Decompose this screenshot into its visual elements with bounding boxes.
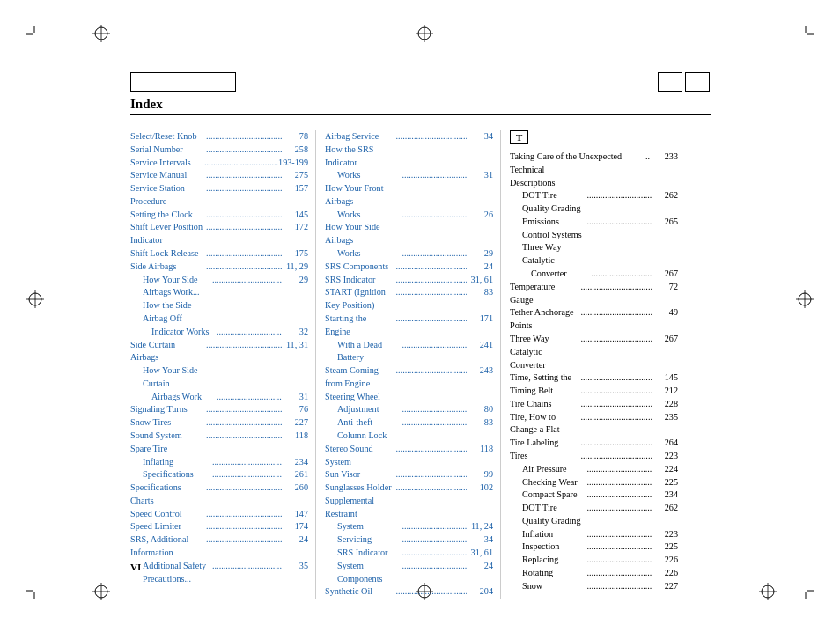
list-item[interactable]: Spare Tire 0 xyxy=(130,443,308,456)
list-item[interactable]: Speed Limiter 174 xyxy=(130,520,308,533)
list-item[interactable]: Works 26 xyxy=(325,209,493,222)
list-item[interactable]: Air Pressure 224 xyxy=(510,463,678,476)
list-item[interactable]: Inflation 223 xyxy=(510,528,678,541)
list-item[interactable]: Rotating 226 xyxy=(510,567,678,580)
list-item[interactable]: Airbags Work 31 xyxy=(130,391,308,404)
list-item[interactable]: Service Intervals 193-199 xyxy=(130,157,308,170)
list-item[interactable]: Airbag Service 34 xyxy=(325,130,493,143)
reg-mark-br xyxy=(759,583,777,600)
list-item[interactable]: Shift Lock Release 175 xyxy=(130,247,308,261)
list-item[interactable]: Indicator Works 32 xyxy=(130,326,308,339)
section-letter-t: T xyxy=(510,130,528,144)
corner-mark-bl xyxy=(26,583,42,599)
column-2: Airbag Service 34 How the SRS Indicator … xyxy=(315,130,500,599)
list-item[interactable]: DOT Tire Quality Grading 262 xyxy=(510,189,678,216)
list-item[interactable]: Tire Labeling 264 xyxy=(510,437,678,450)
header-box-small-1 xyxy=(658,72,682,92)
list-item[interactable]: Service Manual 275 xyxy=(130,169,308,182)
list-item[interactable]: SRS Indicator 31, 61 xyxy=(325,547,493,560)
list-item[interactable]: START (Ignition Key Position) 83 xyxy=(325,286,493,312)
reg-mark-mr xyxy=(796,290,814,308)
list-item[interactable]: SRS Components 24 xyxy=(325,261,493,274)
list-item[interactable]: How Your Front Airbags 0 xyxy=(325,182,493,209)
list-item[interactable]: Shift Lever Position Indicator 172 xyxy=(130,221,308,247)
content-area: Select/Reset Knob 78 Serial Number 258 S… xyxy=(130,130,711,599)
list-item[interactable]: Tire Chains 228 xyxy=(510,398,678,411)
list-item[interactable]: Replacing 226 xyxy=(510,554,678,567)
list-item[interactable]: Serial Number 258 xyxy=(130,143,308,157)
column-1: Select/Reset Knob 78 Serial Number 258 S… xyxy=(130,130,315,599)
reg-mark-ml xyxy=(26,290,44,308)
column-3: T Taking Care of the Unexpected .. 233 T… xyxy=(500,130,685,599)
list-item[interactable]: Specifications Charts 260 xyxy=(130,482,308,508)
page-container: Index Select/Reset Knob 78 Serial Number… xyxy=(0,0,840,625)
list-item[interactable]: How Your Side Airbags Work... 29 xyxy=(130,274,308,300)
list-item[interactable]: Servicing 34 xyxy=(325,533,493,547)
list-item[interactable]: Side Airbags 11, 29 xyxy=(130,261,308,274)
list-item[interactable]: Adjustment 80 xyxy=(325,403,493,416)
list-item[interactable]: Snow 227 xyxy=(510,580,678,593)
list-item[interactable]: Starting the Engine 171 xyxy=(325,312,493,339)
list-item[interactable]: Tire, How to Change a Flat 235 xyxy=(510,411,678,438)
list-item[interactable]: Works 29 xyxy=(325,247,493,261)
list-item[interactable]: Technical Descriptions 0 xyxy=(510,164,678,190)
list-item[interactable]: Converter 267 xyxy=(510,268,678,281)
list-item[interactable]: With a Dead Battery 241 xyxy=(325,339,493,365)
reg-mark-bl xyxy=(92,583,110,600)
list-item[interactable]: How Your Side Curtain 0 xyxy=(130,364,308,391)
list-item[interactable]: Sound System 118 xyxy=(130,430,308,443)
hr-line xyxy=(130,114,711,115)
corner-mark-tr xyxy=(798,26,814,42)
list-item[interactable]: Three Way Catalytic 0 xyxy=(510,241,678,268)
list-item[interactable]: Steam Coming from Engine 243 xyxy=(325,364,493,391)
list-item[interactable]: Inspection 225 xyxy=(510,540,678,554)
header-box-small-2 xyxy=(685,72,710,92)
list-item[interactable]: Snow Tires 227 xyxy=(130,416,308,430)
header-boxes-right xyxy=(658,72,710,92)
list-item[interactable]: Tether Anchorage Points 49 xyxy=(510,306,678,333)
list-item[interactable]: Taking Care of the Unexpected .. 233 xyxy=(510,151,678,164)
list-item[interactable]: Tires 223 xyxy=(510,450,678,463)
list-item[interactable]: Sunglasses Holder 102 xyxy=(325,482,493,495)
page-title: Index xyxy=(130,97,163,112)
reg-mark-tc xyxy=(416,25,433,42)
list-item[interactable]: DOT Tire Quality Grading 262 xyxy=(510,502,678,528)
list-item[interactable]: Timing Belt 212 xyxy=(510,385,678,398)
corner-mark-br xyxy=(798,583,814,599)
list-item[interactable]: Works 31 xyxy=(325,169,493,182)
header-box xyxy=(130,72,236,92)
list-item[interactable]: Specifications 261 xyxy=(130,468,308,482)
list-item[interactable]: Side Curtain Airbags 11, 31 xyxy=(130,339,308,365)
footer-page-number: VI xyxy=(130,562,141,572)
list-item[interactable]: Checking Wear 225 xyxy=(510,476,678,489)
list-item[interactable]: Anti-theft Column Lock 83 xyxy=(325,416,493,443)
list-item[interactable]: System 11, 24 xyxy=(325,520,493,533)
list-item[interactable]: How Your Side Airbags 0 xyxy=(325,221,493,247)
list-item[interactable]: Temperature Gauge 72 xyxy=(510,281,678,307)
list-item[interactable]: SRS, Additional Information 24 xyxy=(130,533,308,560)
list-item[interactable]: Select/Reset Knob 78 xyxy=(130,130,308,143)
corner-mark-tl xyxy=(26,26,42,42)
list-item[interactable]: How the SRS Indicator 0 xyxy=(325,143,493,170)
list-item[interactable]: Emissions Control Systems 265 xyxy=(510,216,678,242)
list-item[interactable]: Steering Wheel 0 xyxy=(325,391,493,404)
list-item[interactable]: Compact Spare 234 xyxy=(510,489,678,502)
list-item[interactable]: Supplemental Restraint 0 xyxy=(325,495,493,521)
list-item[interactable]: Setting the Clock 145 xyxy=(130,209,308,222)
list-item[interactable]: Three Way Catalytic Converter 267 xyxy=(510,333,678,371)
list-item[interactable]: System Components 24 xyxy=(325,560,493,586)
reg-mark-tl xyxy=(92,25,110,42)
list-item[interactable]: Service Station Procedure 157 xyxy=(130,182,308,209)
list-item[interactable]: Synthetic Oil 204 xyxy=(325,585,493,599)
list-item[interactable]: Inflating 234 xyxy=(130,456,308,469)
list-item[interactable]: Additional Safety Precautions... 35 xyxy=(130,560,308,586)
list-item[interactable]: Speed Control 147 xyxy=(130,508,308,521)
list-item[interactable]: How the Side Airbag Off 0 xyxy=(130,299,308,326)
list-item[interactable]: SRS Indicator 31, 61 xyxy=(325,274,493,287)
list-item[interactable]: Time, Setting the 145 xyxy=(510,371,678,385)
list-item[interactable]: Sun Visor 99 xyxy=(325,468,493,482)
list-item[interactable]: Signaling Turns 76 xyxy=(130,403,308,416)
list-item[interactable]: Stereo Sound System 118 xyxy=(325,443,493,469)
